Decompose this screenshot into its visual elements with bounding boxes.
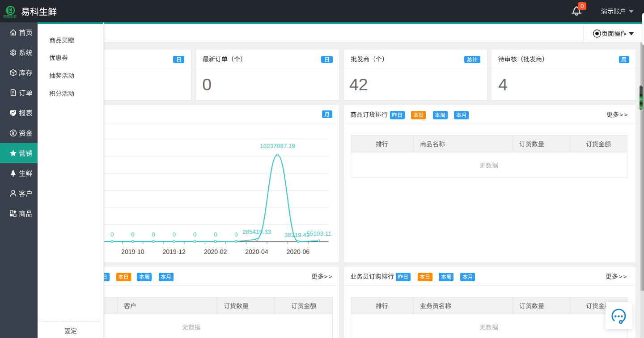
- svg-text:38319.41: 38319.41: [284, 232, 309, 238]
- svg-text:0: 0: [214, 231, 217, 238]
- svg-text:285419.33: 285419.33: [242, 228, 271, 235]
- svg-text:2020-04: 2020-04: [245, 248, 268, 255]
- svg-text:2019-12: 2019-12: [163, 248, 186, 255]
- svg-text:10237087.19: 10237087.19: [260, 143, 295, 149]
- svg-text:55103.11: 55103.11: [306, 230, 331, 237]
- svg-text:0: 0: [131, 231, 135, 238]
- svg-text:2020-06: 2020-06: [287, 248, 310, 255]
- svg-text:0: 0: [234, 231, 238, 238]
- svg-text:2020-02: 2020-02: [204, 248, 227, 255]
- svg-text:0: 0: [172, 231, 176, 238]
- svg-text:0: 0: [152, 231, 155, 238]
- svg-text:0: 0: [110, 231, 114, 238]
- svg-text:0: 0: [193, 231, 197, 238]
- svg-text:2019-10: 2019-10: [121, 248, 144, 255]
